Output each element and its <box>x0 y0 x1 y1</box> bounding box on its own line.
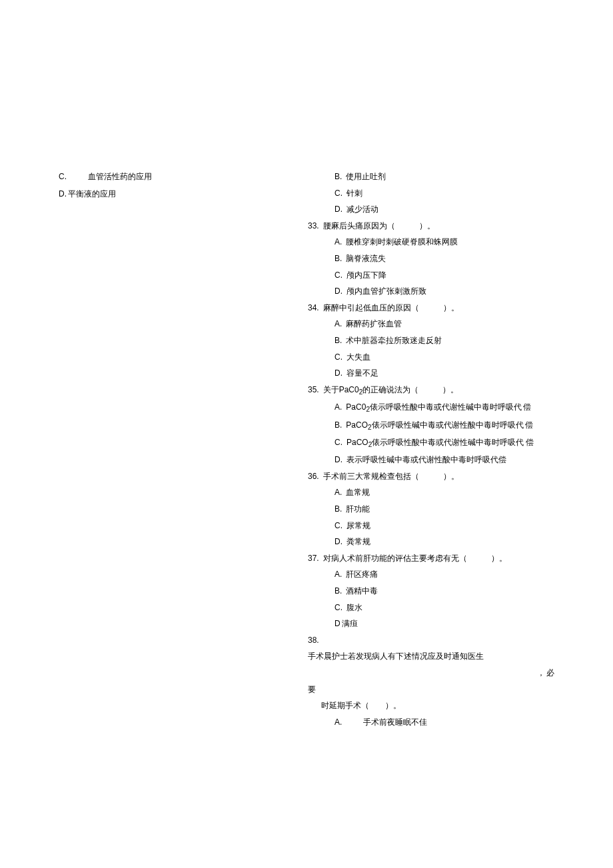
q36-option-b: B.肝功能 <box>308 502 561 517</box>
question-stem: 麻醉中引起低血压的原因（ ）。 <box>323 303 459 312</box>
option-text: 颅内压下降 <box>346 270 386 280</box>
q38-stem-bi: ， 必 <box>308 666 561 681</box>
option-text: 腹水 <box>346 603 362 612</box>
q38-stem-yao: 要 <box>308 683 561 697</box>
option-text: 脑脊液流失 <box>346 254 386 263</box>
prev-option-d: D.平衡液的应用 <box>59 187 259 202</box>
question-stem: 对病人术前肝功能的评估主要考虑有无（ ）。 <box>323 554 507 563</box>
option-label: B. <box>334 172 342 181</box>
option-text: 酒精中毒 <box>346 586 378 596</box>
q34-option-b: B.术中脏器牵拉所致迷走反射 <box>308 334 561 348</box>
option-label: D. <box>334 205 342 214</box>
option-label: D. <box>334 368 342 378</box>
option-label: D. <box>59 189 67 199</box>
right-column: B.使用止吐剂 C.针刺 D.减少活动 33.腰麻后头痛原因为（ ）。 A.腰椎… <box>308 170 561 729</box>
q33-option-a: A.腰椎穿刺时刺破硬脊膜和蛛网膜 <box>308 235 561 250</box>
question-33: 33.腰麻后头痛原因为（ ）。 <box>308 219 561 234</box>
q38-stem-line1: 手术晨护士若发现病人有下述情况应及时通知医生 <box>308 650 561 664</box>
prev-option-c: C.血管活性药的应用 <box>59 170 259 185</box>
option-text: 术中脏器牵拉所致迷走反射 <box>346 336 442 345</box>
option-text: 俵示呼吸性碱中毒或代谢性酸中毒时呼吸代 偿 <box>372 420 533 430</box>
question-stem: 手术前三大常规检查包括（ ）。 <box>323 472 459 481</box>
question-number: 34. <box>308 303 319 312</box>
option-label: A. <box>334 402 342 412</box>
option-label: A. <box>334 319 342 328</box>
q37-option-d: D满疸 <box>308 617 561 632</box>
option-text: 满疸 <box>342 619 358 628</box>
option-text: 减少活动 <box>346 205 378 214</box>
q33-option-d: D.颅内血管扩张刺激所致 <box>308 284 561 299</box>
option-text: 手术前夜睡眠不佳 <box>363 717 427 727</box>
option-text: 肝功能 <box>346 504 370 514</box>
option-text: 颅内血管扩张刺激所致 <box>346 286 426 296</box>
option-text: 平衡液的应用 <box>68 189 116 199</box>
question-37: 37.对病人术前肝功能的评估主要考虑有无（ ）。 <box>308 552 561 566</box>
question-number: 38. <box>308 636 319 645</box>
option-label: A. <box>334 570 342 579</box>
option-text: 粪常规 <box>346 537 370 546</box>
q38-option-a: A.手术前夜睡眠不佳 <box>308 715 561 730</box>
option-label: A. <box>334 237 342 246</box>
option-label: A. <box>334 488 342 497</box>
option-label: C. <box>334 352 342 362</box>
option-text: 针刺 <box>346 189 362 198</box>
option-text: 俵示呼吸性酸中毒或代谢性碱中毒时呼吸代 偿 <box>372 438 533 447</box>
option-text: 使用止吐剂 <box>346 172 386 181</box>
prev-option-d: D.减少活动 <box>308 203 561 217</box>
question-35: 35.关于PaC02的正确说法为（ ）。 <box>308 383 561 398</box>
option-text: 表示呼吸性碱中毒或代谢性酸中毒时呼吸代偿 <box>346 455 506 464</box>
q36-option-d: D.粪常规 <box>308 535 561 550</box>
q33-option-b: B.脑脊液流失 <box>308 252 561 266</box>
option-label: D. <box>334 455 342 464</box>
question-number: 37. <box>308 554 319 563</box>
option-text: 麻醉药扩张血管 <box>346 319 402 328</box>
q37-option-b: B.酒精中毒 <box>308 584 561 599</box>
q34-option-d: D.容量不足 <box>308 366 561 381</box>
q35-option-c: C.PaCO2俵示呼吸性酸中毒或代谢性碱中毒时呼吸代 偿 <box>308 436 561 451</box>
option-text: 腰椎穿刺时刺破硬脊膜和蛛网膜 <box>346 237 458 246</box>
option-label: C. <box>334 603 342 612</box>
q37-option-a: A.肝区疼痛 <box>308 568 561 582</box>
option-text: 俵示呼吸性酸中毒或代谢性碱中毒时呼吸代 偿 <box>370 402 531 412</box>
q36-option-c: C.尿常规 <box>308 519 561 534</box>
q35-option-a: A.PaC02俵示呼吸性酸中毒或代谢性碱中毒时呼吸代 偿 <box>308 400 561 416</box>
option-text: 血管活性药的应用 <box>88 172 152 181</box>
q34-option-a: A.麻醉药扩张血管 <box>308 317 561 332</box>
q34-option-c: C.大失血 <box>308 350 561 365</box>
option-label: C. <box>334 270 342 280</box>
left-column: C.血管活性药的应用 D.平衡液的应用 <box>59 170 259 201</box>
option-text: 容量不足 <box>346 368 378 378</box>
option-label: B. <box>334 504 342 514</box>
q37-option-c: C.腹水 <box>308 601 561 616</box>
option-text: 血常规 <box>346 488 370 497</box>
q36-option-a: A.血常规 <box>308 486 561 500</box>
question-number: 36. <box>308 472 319 481</box>
question-number: 33. <box>308 221 319 230</box>
option-label: A. <box>334 717 342 727</box>
paco2: PaCO <box>346 438 368 447</box>
option-text: 尿常规 <box>346 521 370 530</box>
question-number: 35. <box>308 385 319 394</box>
option-label: C. <box>334 189 342 198</box>
q38-stem-cont: 时延期手术（ ）。 <box>308 699 561 713</box>
prev-option-c: C.针刺 <box>308 187 561 201</box>
option-text: 大失血 <box>346 352 370 362</box>
option-label: C. <box>334 438 342 447</box>
prev-option-b: B.使用止吐剂 <box>308 170 561 185</box>
option-label: D. <box>334 286 342 296</box>
option-label: B. <box>334 336 342 345</box>
paco2: PaCO <box>346 420 368 430</box>
q35-option-d: D.表示呼吸性碱中毒或代谢性酸中毒时呼吸代偿 <box>308 453 561 468</box>
question-stem-post: 的正确说法为（ ）。 <box>362 385 458 394</box>
option-label: B. <box>334 586 342 596</box>
q35-option-b: B.PaCO2俵示呼吸性碱中毒或代谢性酸中毒时呼吸代 偿 <box>308 418 561 434</box>
option-label: D <box>334 619 340 628</box>
option-label: B. <box>334 254 342 263</box>
question-stem-pre: 关于 <box>323 385 339 394</box>
option-text: 肝区疼痛 <box>346 570 378 579</box>
paco2: PaC0 <box>339 385 359 394</box>
option-label: C. <box>334 521 342 530</box>
option-label: B. <box>334 420 342 430</box>
question-34: 34.麻醉中引起低血压的原因（ ）。 <box>308 301 561 316</box>
q33-option-c: C.颅内压下降 <box>308 268 561 283</box>
